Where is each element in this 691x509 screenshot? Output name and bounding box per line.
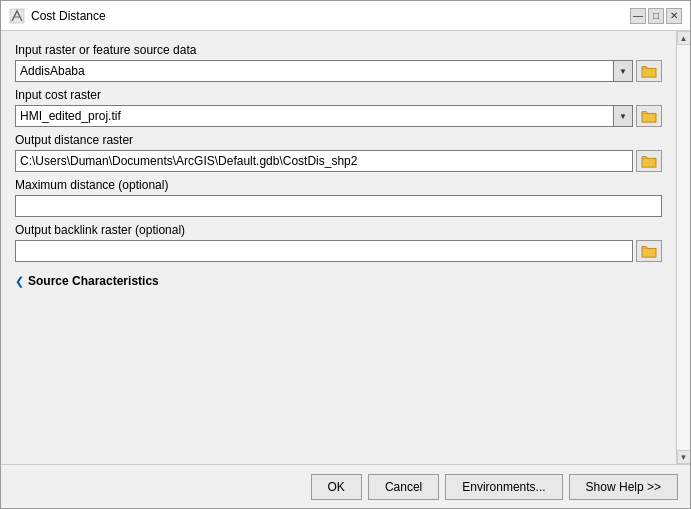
input-raster-row: AddisAbaba ▼: [15, 60, 662, 82]
input-cost-dropdown-wrapper: HMI_edited_proj.tif ▼: [15, 105, 633, 127]
folder-open-icon: [641, 64, 657, 78]
input-cost-row: HMI_edited_proj.tif ▼: [15, 105, 662, 127]
output-distance-label: Output distance raster: [15, 133, 662, 148]
svg-rect-5: [642, 248, 656, 257]
source-characteristics-title: Source Characteristics: [28, 274, 159, 288]
input-cost-group: Input cost raster HMI_edited_proj.tif ▼: [15, 88, 662, 127]
max-distance-label: Maximum distance (optional): [15, 178, 662, 193]
section-chevron-icon: ❮: [15, 275, 24, 288]
scroll-down-button[interactable]: ▼: [677, 450, 691, 464]
svg-rect-2: [642, 68, 656, 77]
folder-open-icon-3: [641, 154, 657, 168]
window-title: Cost Distance: [31, 9, 106, 23]
input-raster-browse-button[interactable]: [636, 60, 662, 82]
input-raster-dropdown[interactable]: AddisAbaba: [15, 60, 633, 82]
max-distance-row: [15, 195, 662, 217]
folder-open-icon-2: [641, 109, 657, 123]
output-distance-input[interactable]: [15, 150, 633, 172]
title-bar-left: Cost Distance: [9, 8, 106, 24]
max-distance-group: Maximum distance (optional): [15, 178, 662, 217]
app-icon: [9, 8, 25, 24]
output-backlink-label: Output backlink raster (optional): [15, 223, 662, 238]
input-cost-dropdown[interactable]: HMI_edited_proj.tif: [15, 105, 633, 127]
svg-rect-4: [642, 158, 656, 167]
input-raster-group: Input raster or feature source data Addi…: [15, 43, 662, 82]
main-panel: Input raster or feature source data Addi…: [1, 31, 676, 464]
svg-rect-3: [642, 113, 656, 122]
ok-button[interactable]: OK: [311, 474, 362, 500]
output-backlink-browse-button[interactable]: [636, 240, 662, 262]
content-area: Input raster or feature source data Addi…: [1, 31, 690, 464]
output-backlink-row: [15, 240, 662, 262]
output-backlink-input[interactable]: [15, 240, 633, 262]
input-cost-label: Input cost raster: [15, 88, 662, 103]
footer: OK Cancel Environments... Show Help >>: [1, 464, 690, 508]
environments-button[interactable]: Environments...: [445, 474, 562, 500]
vertical-scrollbar: ▲ ▼: [676, 31, 690, 464]
output-distance-row: [15, 150, 662, 172]
input-cost-browse-button[interactable]: [636, 105, 662, 127]
output-distance-browse-button[interactable]: [636, 150, 662, 172]
maximize-button[interactable]: □: [648, 8, 664, 24]
max-distance-input[interactable]: [15, 195, 662, 217]
output-distance-group: Output distance raster: [15, 133, 662, 172]
show-help-button[interactable]: Show Help >>: [569, 474, 678, 500]
title-controls: — □ ✕: [630, 8, 682, 24]
input-raster-label: Input raster or feature source data: [15, 43, 662, 58]
minimize-button[interactable]: —: [630, 8, 646, 24]
main-window: Cost Distance — □ ✕ Input raster or feat…: [0, 0, 691, 509]
cancel-button[interactable]: Cancel: [368, 474, 439, 500]
scroll-up-button[interactable]: ▲: [677, 31, 691, 45]
title-bar: Cost Distance — □ ✕: [1, 1, 690, 31]
folder-open-icon-4: [641, 244, 657, 258]
close-button[interactable]: ✕: [666, 8, 682, 24]
source-characteristics-header[interactable]: ❮ Source Characteristics: [15, 274, 662, 288]
input-raster-dropdown-wrapper: AddisAbaba ▼: [15, 60, 633, 82]
output-backlink-group: Output backlink raster (optional): [15, 223, 662, 262]
scroll-track[interactable]: [677, 45, 690, 450]
